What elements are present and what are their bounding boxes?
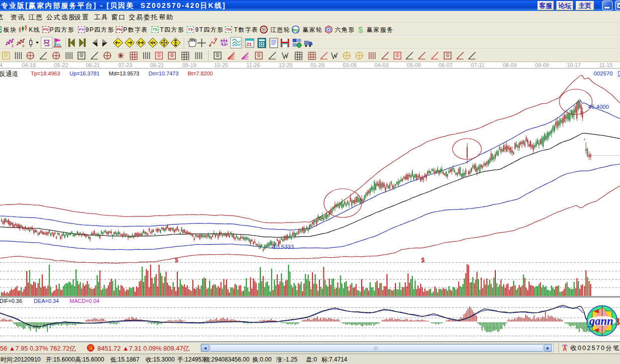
svg-text:gann: gann [589,315,614,327]
svg-text:-10.5333: -10.5333 [271,244,294,250]
svg-text:DIF=0.36: DIF=0.36 [0,298,22,304]
svg-text:贝: 贝 [617,70,620,77]
svg-text:DEA=0.34: DEA=0.34 [34,298,59,304]
svg-text:Md=13.9573: Md=13.9573 [109,71,139,76]
svg-text:002570: 002570 [594,71,613,76]
svg-text:Tp=18.4963: Tp=18.4963 [31,71,60,76]
svg-text:Bt=7.8200: Bt=7.8200 [188,71,213,76]
svg-text:$: $ [421,257,425,264]
svg-text:45.4000: 45.4000 [588,104,609,110]
svg-text:反通道: 反通道 [0,70,18,77]
svg-text:MACD=0.04: MACD=0.04 [70,298,99,304]
svg-text:3: 3 [615,316,620,327]
svg-text:Dn=10.7473: Dn=10.7473 [149,71,178,76]
svg-text:$: $ [175,257,178,264]
svg-text:Up=16.3781: Up=16.3781 [70,71,99,76]
